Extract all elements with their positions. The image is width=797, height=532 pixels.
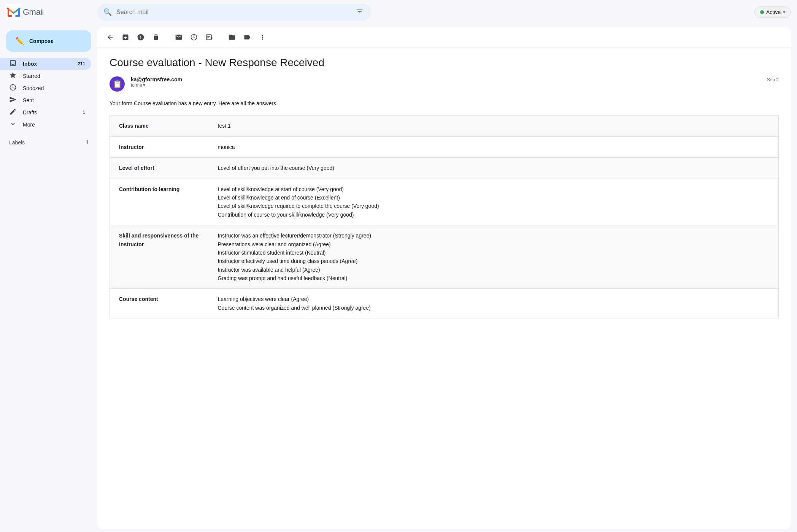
- filter-icon: [356, 8, 364, 15]
- sidebar-item-inbox[interactable]: Inbox 211: [0, 58, 91, 70]
- search-icon: 🔍: [103, 8, 112, 16]
- sidebar: ✏️ Compose Inbox 211 Starred Snoozed: [0, 24, 97, 532]
- task-icon: [205, 33, 213, 41]
- field-value: Learning objectives were clear (Agree)Co…: [209, 289, 779, 318]
- sidebar-item-drafts[interactable]: Drafts 1: [0, 106, 91, 119]
- starred-label: Starred: [23, 73, 85, 79]
- email-subject: Course evaluation - New Response Receive…: [110, 57, 779, 69]
- archive-button[interactable]: [119, 30, 132, 44]
- topbar-right: Active ▾: [754, 6, 791, 18]
- main-layout: ✏️ Compose Inbox 211 Starred Snoozed: [0, 24, 797, 532]
- active-dot-icon: [760, 10, 764, 14]
- active-status-button[interactable]: Active ▾: [754, 6, 791, 18]
- field-label: Class name: [110, 116, 209, 136]
- back-button[interactable]: [103, 30, 117, 44]
- avatar-icon: 📋: [113, 79, 122, 89]
- drafts-icon: [9, 108, 17, 117]
- sent-icon: [9, 96, 17, 105]
- spam-button[interactable]: [134, 30, 148, 44]
- star-icon: [9, 71, 17, 81]
- labels-section: Labels +: [0, 131, 97, 151]
- labels-title: Labels: [9, 139, 25, 146]
- label-icon: [243, 33, 251, 41]
- search-input[interactable]: [116, 9, 350, 16]
- compose-button[interactable]: ✏️ Compose: [6, 30, 91, 52]
- email-body: Course evaluation - New Response Receive…: [97, 48, 791, 328]
- expand-to-icon: ▾: [143, 82, 145, 88]
- delete-button[interactable]: [149, 30, 163, 44]
- email-header: 📋 ka@gformsfree.com to me ▾ Sep 2: [110, 76, 779, 92]
- field-value: Level of effort you put into the course …: [209, 158, 779, 179]
- table-row: Skill and responsiveness of the instruct…: [110, 225, 779, 289]
- table-row: Instructormonica: [110, 136, 779, 157]
- sidebar-item-snoozed[interactable]: Snoozed: [0, 82, 91, 94]
- snooze-email-icon: [190, 33, 198, 41]
- drafts-badge: 1: [83, 110, 85, 115]
- more-vert-icon: [259, 33, 266, 41]
- logo-area: Gmail: [6, 5, 97, 20]
- svg-rect-4: [15, 15, 20, 17]
- compose-label: Compose: [29, 38, 54, 44]
- email-toolbar: [97, 27, 791, 48]
- sender-info: ka@gformsfree.com to me ▾: [131, 76, 761, 88]
- search-bar[interactable]: 🔍: [97, 3, 371, 21]
- more-label: More: [23, 122, 85, 128]
- compose-icon: ✏️: [15, 36, 25, 46]
- table-row: Level of effortLevel of effort you put i…: [110, 158, 779, 179]
- expand-more-icon: [9, 120, 17, 130]
- move-to-button[interactable]: [225, 30, 239, 44]
- inbox-badge: 211: [78, 61, 85, 66]
- delete-icon: [152, 33, 160, 41]
- more-actions-button[interactable]: [256, 30, 269, 44]
- field-label: Course content: [110, 289, 209, 318]
- field-value: Level of skill/knowledge at start of cou…: [209, 179, 779, 225]
- sender-avatar: 📋: [110, 76, 125, 92]
- move-icon: [228, 33, 236, 41]
- label-button[interactable]: [240, 30, 254, 44]
- svg-rect-3: [8, 15, 12, 17]
- add-label-button[interactable]: +: [84, 137, 91, 148]
- snooze-button[interactable]: [187, 30, 201, 44]
- inbox-label: Inbox: [23, 61, 71, 67]
- snoozed-label: Snoozed: [23, 85, 85, 91]
- field-label: Instructor: [110, 136, 209, 157]
- gmail-wordmark: Gmail: [23, 7, 44, 17]
- email-content-panel: Course evaluation - New Response Receive…: [97, 27, 791, 529]
- snooze-icon: [9, 84, 17, 93]
- add-task-button[interactable]: [202, 30, 216, 44]
- chevron-down-icon: ▾: [783, 10, 785, 15]
- mark-unread-icon: [175, 33, 183, 41]
- active-label: Active: [766, 9, 781, 15]
- sidebar-item-starred[interactable]: Starred: [0, 70, 91, 82]
- field-value: test 1: [209, 116, 779, 136]
- sidebar-item-sent[interactable]: Sent: [0, 94, 91, 106]
- back-icon: [106, 33, 114, 41]
- sidebar-item-more[interactable]: More: [0, 119, 91, 131]
- sender-name: ka@gformsfree.com: [131, 76, 761, 82]
- mark-unread-button[interactable]: [172, 30, 186, 44]
- sent-label: Sent: [23, 97, 85, 103]
- gmail-logo-icon: [6, 5, 21, 20]
- field-value: monica: [209, 136, 779, 157]
- evaluation-table: Class nametest 1InstructormonicaLevel of…: [110, 115, 779, 318]
- field-label: Contribution to learning: [110, 179, 209, 225]
- field-value: Instructor was an effective lecturer/dem…: [209, 225, 779, 289]
- field-label: Skill and responsiveness of the instruct…: [110, 225, 209, 289]
- table-row: Class nametest 1: [110, 116, 779, 136]
- archive-icon: [122, 33, 129, 41]
- email-intro: Your form Course evaluation has a new en…: [110, 99, 779, 108]
- filter-icon-button[interactable]: [354, 6, 365, 19]
- email-date: Sep 2: [767, 76, 779, 82]
- topbar: Gmail 🔍 Active ▾: [0, 0, 797, 24]
- sender-to[interactable]: to me ▾: [131, 82, 761, 88]
- drafts-label: Drafts: [23, 109, 76, 116]
- table-row: Contribution to learningLevel of skill/k…: [110, 179, 779, 225]
- table-row: Course contentLearning objectives were c…: [110, 289, 779, 318]
- to-label: to me: [131, 82, 142, 88]
- field-label: Level of effort: [110, 158, 209, 179]
- inbox-icon: [9, 59, 17, 69]
- spam-icon: [137, 33, 144, 41]
